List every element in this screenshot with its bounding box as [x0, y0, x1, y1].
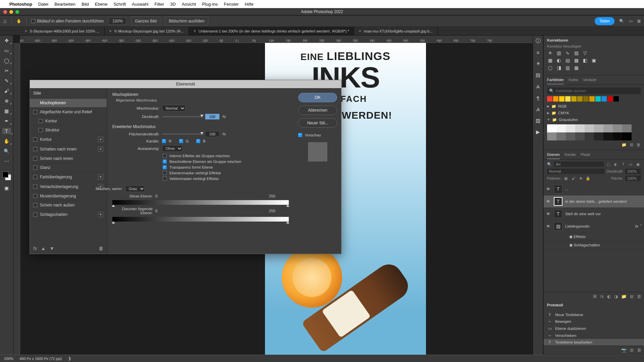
visibility-icon[interactable]: 👁	[546, 212, 551, 216]
adj-icon[interactable]: ▤	[565, 58, 571, 63]
channel-b-checkbox[interactable]: ✓	[196, 139, 200, 143]
hand-tool-icon[interactable]: ✋	[16, 19, 21, 23]
close-icon[interactable]: ×	[25, 29, 27, 34]
gray-swatch[interactable]	[575, 132, 585, 140]
color-swatch[interactable]	[571, 96, 577, 102]
move-up-icon[interactable]: ▲	[41, 246, 46, 251]
style-option[interactable]: Mischoptionen	[30, 99, 107, 108]
blend-mode-select[interactable]: Normal	[162, 105, 185, 112]
visibility-icon[interactable]: 👁	[546, 224, 551, 228]
channel-g-checkbox[interactable]: ✓	[179, 139, 183, 143]
paths-tab[interactable]: Pfade	[581, 153, 590, 159]
menu-file[interactable]: Datei	[38, 2, 48, 7]
gray-swatch[interactable]	[622, 124, 632, 132]
style-option[interactable]: Struktur	[30, 126, 107, 135]
color-swatch[interactable]	[583, 96, 589, 102]
transparency-shapes-checkbox[interactable]	[163, 165, 167, 169]
menu-window[interactable]: Fenster	[224, 2, 239, 7]
new-doc-icon[interactable]: ⊞	[630, 348, 634, 353]
color-swatch[interactable]	[559, 96, 565, 102]
document-tab[interactable]: ×5-Skyscraper-480x1800.psd bei 103% ...	[20, 27, 105, 35]
gray-folder[interactable]: ▼📁Graustufen	[547, 116, 641, 123]
doc-dimensions[interactable]: 480 Px x 1800 Px (72 ppi)	[19, 357, 62, 361]
gray-swatch[interactable]	[566, 132, 575, 140]
close-icon[interactable]: ×	[359, 29, 361, 34]
opacity-slider[interactable]	[162, 116, 202, 117]
layer-fill-input[interactable]: 100%	[625, 176, 641, 181]
color-swatches[interactable]	[2, 171, 12, 181]
menu-filter[interactable]: Filter	[154, 2, 164, 7]
vibrance-icon[interactable]: ▽	[582, 50, 588, 56]
quickmask-toggle[interactable]: ▣	[3, 185, 10, 191]
app-menu[interactable]: Photoshop	[9, 2, 32, 7]
adj-icon[interactable]: ▥	[565, 65, 571, 70]
delete-state-icon[interactable]: 🗑	[637, 348, 641, 353]
move-down-icon[interactable]: ▼	[50, 246, 54, 251]
adj-icon[interactable]: ▦	[573, 65, 579, 70]
layer-item[interactable]: ◉ Schlagschatten	[544, 241, 644, 249]
layer-item[interactable]: 👁Tin der deine liebli... geliefert werde…	[544, 195, 644, 208]
style-option[interactable]: Kontur	[30, 117, 107, 126]
menu-type[interactable]: Schrift	[113, 2, 126, 7]
style-option[interactable]: Kontur+	[30, 135, 107, 144]
clipped-layers-checkbox[interactable]	[163, 160, 167, 164]
gradients-tab[interactable]: Verläufe	[583, 78, 596, 84]
color-swatch[interactable]	[595, 96, 601, 102]
color-swatch[interactable]	[601, 96, 607, 102]
layer-fx-icon[interactable]: fx	[600, 294, 604, 299]
history-state[interactable]: ▭Ebene duplizieren	[544, 325, 644, 332]
trash-icon[interactable]: 🗑	[637, 142, 641, 147]
share-button[interactable]: Teilen	[595, 17, 614, 25]
fill-screen-button[interactable]: Bildschirm ausfüllen	[165, 17, 208, 25]
type-tool[interactable]: T	[2, 128, 11, 134]
libraries-panel-icon[interactable]: ▤	[535, 72, 541, 78]
document-tab-active[interactable]: ×Unbenannt-1 bei 200% (in der deine lieb…	[189, 27, 354, 35]
info-panel-icon[interactable]: ⓘ	[535, 38, 541, 44]
document-tab[interactable]: ×mae-mu-XTztXbv6gMs-unsplash.jpg b...	[354, 27, 438, 35]
brush-tool[interactable]: 🖌	[3, 88, 10, 94]
search-icon[interactable]: 🔍	[619, 19, 624, 23]
layer-opacity-input[interactable]: 100%	[625, 169, 641, 174]
menu-plugins[interactable]: Plug-ins	[202, 2, 218, 7]
layermask-hides-checkbox[interactable]	[163, 171, 167, 175]
layer-item[interactable]: 👁T...	[544, 183, 644, 195]
fill-slider[interactable]	[162, 133, 202, 135]
visibility-icon[interactable]: 👁	[546, 199, 551, 203]
gray-swatch[interactable]	[613, 124, 622, 132]
zoom-tool[interactable]: 🔍	[3, 148, 10, 154]
color-swatch[interactable]	[607, 96, 613, 102]
filter-smart-icon[interactable]: ▣	[635, 162, 641, 167]
gray-swatch[interactable]	[594, 132, 603, 140]
ok-button[interactable]: OK	[298, 93, 337, 102]
menu-image[interactable]: Bild	[82, 2, 89, 7]
zoom-status[interactable]: 200%	[4, 357, 13, 361]
new-swatch-icon[interactable]: ⊞	[630, 142, 633, 147]
menu-select[interactable]: Auswahl	[132, 2, 148, 7]
window-maximize[interactable]	[15, 10, 19, 14]
adj-icon[interactable]: ▢	[547, 65, 553, 70]
new-group-icon[interactable]: 📁	[621, 294, 627, 299]
internal-fx-checkbox[interactable]	[163, 154, 167, 158]
gray-swatch[interactable]	[594, 124, 603, 132]
menu-layer[interactable]: Ebene	[95, 2, 108, 7]
gray-swatch[interactable]	[547, 132, 556, 140]
gray-swatch[interactable]	[613, 132, 622, 140]
new-adjustment-icon[interactable]: ◑	[614, 294, 618, 299]
arrange-icon[interactable]: ⊞	[637, 19, 641, 23]
gray-swatch[interactable]	[622, 132, 632, 140]
move-tool[interactable]: ✥	[3, 38, 10, 44]
close-icon[interactable]: ×	[109, 29, 112, 34]
color-swatch[interactable]	[565, 96, 571, 102]
adj-icon[interactable]: ▦	[547, 58, 553, 63]
character-panel-icon[interactable]: A	[535, 84, 541, 89]
history-state[interactable]: TNeue Textebene	[544, 311, 644, 318]
knockout-select[interactable]: Ohne	[162, 145, 182, 152]
color-swatch[interactable]	[577, 96, 583, 102]
history-state[interactable]: ↔Verschieben	[544, 332, 644, 339]
filter-type-icon[interactable]: T	[621, 162, 626, 166]
hand-tool[interactable]: ✋	[3, 138, 10, 144]
paragraph-panel-icon[interactable]: ¶	[535, 95, 541, 101]
window-minimize[interactable]	[9, 10, 13, 14]
brightness-icon[interactable]: ☀	[547, 50, 553, 56]
adj-icon[interactable]: ◨	[556, 65, 562, 70]
